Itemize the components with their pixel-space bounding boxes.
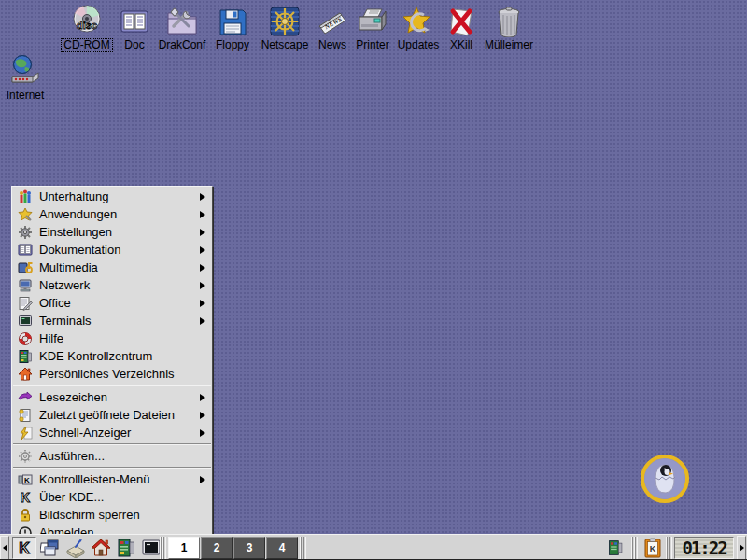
menu-item-kontrollzentrum[interactable]: KDE Kontrollzentrum [13,347,211,365]
submenu-arrow-icon [200,246,205,254]
menu-item-ueber-kde[interactable]: K Über KDE... [13,488,211,506]
submenu-arrow-icon [200,229,205,236]
panel-menu-icon: K [18,472,33,487]
window-list-icon [40,538,61,558]
home-icon [18,367,33,382]
menu-item-label: Zuletzt geöffnete Dateien [39,408,193,422]
menu-item-hilfe[interactable]: Hilfe [13,329,211,347]
ship-wheel-icon [269,4,301,37]
penguin-egg-applet[interactable] [641,455,689,503]
tray-kcontrol-button[interactable] [603,537,627,559]
menu-item-bildschirm-sperren[interactable]: Bildschirm sperren [13,506,211,524]
klipper-icon: K [643,538,662,558]
kcontrol-icon [116,538,136,558]
menu-item-label: Über KDE... [39,490,207,504]
klipper-button[interactable]: K [641,537,665,559]
documentation-icon [18,243,33,258]
network-icon [18,278,33,293]
lightning-icon [18,426,33,441]
panel-handle[interactable] [300,537,306,559]
submenu-arrow-icon [200,264,205,272]
settings-gear-icon [18,225,33,240]
menu-item-label: Kontrollleisten-Menü [39,472,193,486]
menu-item-label: KDE Kontrollzentrum [39,349,207,363]
menu-item-multimedia[interactable]: Multimedia [13,259,211,276]
menu-item-schnell-anzeiger[interactable]: Schnell-Anzeiger [13,424,211,441]
panel-hide-right-button[interactable] [737,536,746,560]
submenu-arrow-icon [200,282,205,289]
menu-item-lesezeichen[interactable]: Lesezeichen [13,388,211,406]
menu-item-label: Schnell-Anzeiger [39,426,193,440]
floppy-icon [218,4,247,37]
menu-item-zuletzt-geoeffnete-dateien[interactable]: Zuletzt geöffnete Dateien [13,406,211,424]
menu-item-terminals[interactable]: Terminals [13,312,211,329]
menu-item-label: Einstellungen [39,225,193,239]
desktop-icon-label: Internet [5,90,47,102]
taskbar-panel: K [0,534,747,560]
menu-item-label: Multimedia [39,260,193,274]
panel-handle[interactable] [160,537,166,559]
help-lifebuoy-icon [18,331,33,346]
k-menu-button[interactable]: K [12,537,36,559]
desktop-icon-trash[interactable]: Mülleimer [475,4,543,51]
pager-desktop-3[interactable]: 3 [233,537,265,559]
desktop-icon-internet[interactable]: Internet [0,54,59,102]
panel-handle[interactable] [666,537,672,559]
kcontrol-launcher-button[interactable] [114,537,138,559]
run-gear-icon [18,449,33,464]
submenu-arrow-icon [200,412,205,419]
panel-clock[interactable]: 01:22 [674,537,734,559]
svg-text:K: K [21,490,30,505]
menu-item-label: Persönliches Verzeichnis [39,367,207,381]
menu-item-anwendungen[interactable]: Anwendungen [13,205,211,223]
xkill-icon [445,4,477,37]
menu-item-netzwerk[interactable]: Netzwerk [13,276,211,294]
panel-handle[interactable] [631,537,638,559]
recent-docs-icon [18,408,33,423]
menu-item-ausfuehren[interactable]: Ausführen... [13,447,211,465]
terminal-icon [141,538,162,558]
menu-item-label: Ausführen... [39,449,207,463]
submenu-arrow-icon [200,211,205,218]
pager-desktop-2[interactable]: 2 [201,537,233,559]
pager-desktop-1[interactable]: 1 [168,537,200,559]
penguin-egg-icon [641,455,689,503]
menu-item-label: Lesezeichen [39,390,193,404]
desk-launcher-button[interactable] [63,537,88,559]
window-list-button[interactable] [38,537,63,559]
menu-item-label: Unterhaltung [39,189,193,203]
menu-separator [13,443,211,445]
menu-item-einstellungen[interactable]: Einstellungen [13,223,211,241]
menu-item-office[interactable]: Office [13,294,211,312]
desktop-icon-label: Mülleimer [483,39,535,51]
menu-item-dokumentation[interactable]: Dokumentation [13,241,211,259]
kde-k-icon: K [18,490,33,505]
panel-hide-left-button[interactable] [0,536,9,560]
arrow-right-icon [740,544,744,552]
menu-item-unterhaltung[interactable]: Unterhaltung [13,188,211,205]
arrow-left-icon [3,544,7,552]
menu-item-kontrollleisten-menue[interactable]: K Kontrollleisten-Menü [13,470,211,488]
desk-pen-icon [65,538,86,558]
drakconf-icon [165,4,199,37]
home-icon [91,538,111,558]
games-icon [18,189,33,204]
pager-desktop-4[interactable]: 4 [266,537,298,559]
menu-item-label: Anwendungen [39,207,193,221]
bookmarks-icon [18,390,33,405]
submenu-arrow-icon [200,394,205,401]
kcontrol-tray-icon [607,539,624,557]
book-icon [119,4,150,37]
multimedia-icon [18,260,33,275]
svg-text:K: K [650,544,656,553]
globe-modem-icon [7,54,44,88]
desktop-pager: 1 2 3 4 [168,537,299,559]
trash-icon [495,4,523,37]
kde-k-icon: K [15,539,34,557]
home-launcher-button[interactable] [89,537,113,559]
submenu-arrow-icon [200,476,205,483]
kcontrol-icon [18,349,33,364]
office-icon [18,296,33,311]
menu-item-label: Office [39,296,193,310]
menu-item-persoenliches-verzeichnis[interactable]: Persönliches Verzeichnis [13,365,211,383]
